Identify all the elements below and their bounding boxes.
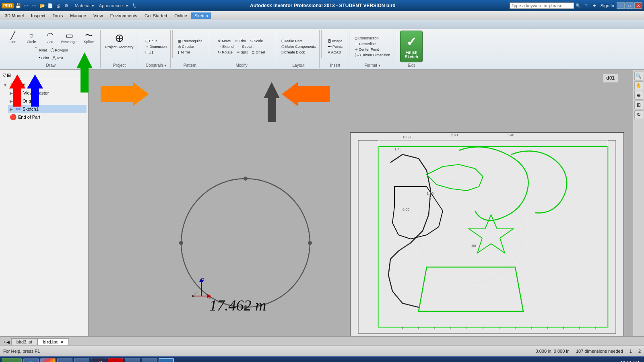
taskbar-folder[interactable]: 📁 bbox=[74, 358, 89, 362]
center-point-button[interactable]: ✛ Center Point bbox=[353, 47, 380, 52]
minimize-btn[interactable]: ─ bbox=[617, 2, 625, 9]
menu-online[interactable]: Online bbox=[171, 12, 190, 19]
circular-button[interactable]: ◎ Circular bbox=[177, 44, 196, 49]
view-icon: 👁 bbox=[16, 90, 22, 96]
make-part-icon: ⬡ bbox=[281, 39, 285, 43]
split-button[interactable]: ✂ Split bbox=[235, 50, 249, 55]
menu-3dmodel[interactable]: 3D Model bbox=[2, 12, 27, 19]
rectangle-button[interactable]: ▭ Rectangle bbox=[60, 31, 79, 45]
titlebar-title: Autodesk Inventor Professional 2013 - ST… bbox=[250, 3, 395, 8]
tree-item-origin[interactable]: ▶ ◎ Origin bbox=[8, 97, 87, 105]
taskbar-blender[interactable]: 🎬 bbox=[91, 358, 106, 362]
pan-tool[interactable]: ✋ bbox=[634, 81, 643, 90]
move-button[interactable]: ✥ Move bbox=[217, 39, 232, 43]
constrain-more[interactable]: ⊢⊥∥ bbox=[144, 50, 155, 55]
menu-inspect[interactable]: Inspect bbox=[28, 12, 48, 19]
taskbar-chrome[interactable]: ● bbox=[40, 358, 56, 362]
offset-button[interactable]: ⊏ Offset bbox=[250, 50, 266, 55]
finish-sketch-button[interactable]: ✓ FinishSketch bbox=[400, 31, 423, 62]
appearance-dropdown[interactable]: Appearance bbox=[99, 3, 123, 8]
line-button[interactable]: ╱ Line bbox=[4, 31, 22, 45]
menu-getstarted[interactable]: Get Started bbox=[141, 12, 170, 19]
menu-environments[interactable]: Environments bbox=[107, 12, 140, 19]
create-block-button[interactable]: □ Create Block bbox=[280, 50, 306, 55]
scale-button[interactable]: ⤡ Scale bbox=[249, 39, 264, 43]
taskbar-pdf[interactable]: PDF bbox=[108, 358, 123, 362]
taskbar-ie[interactable]: 🌐 bbox=[23, 358, 39, 362]
arc-button[interactable]: ◠ Arc bbox=[41, 31, 59, 45]
fit-tool[interactable]: ⊞ bbox=[634, 101, 643, 109]
tree-item-sketch1[interactable]: ▶ ✏ Sketch1 bbox=[8, 105, 87, 113]
prev-tab-btn[interactable]: ◀ bbox=[6, 340, 10, 344]
ribbon-group-insert: 🖼 Image ••• Points A ACAD Insert bbox=[323, 30, 347, 68]
tab-bird3[interactable]: bird3.ipt bbox=[11, 338, 37, 345]
taskbar-calc[interactable]: 🖩 bbox=[125, 358, 140, 362]
project-label: Project bbox=[113, 62, 126, 68]
taskbar-media[interactable]: ▶ bbox=[57, 358, 72, 362]
rotate-tool[interactable]: ↻ bbox=[634, 110, 643, 119]
spline-button[interactable]: 〜 Spline bbox=[80, 31, 98, 45]
open-btn[interactable]: 📂 bbox=[39, 2, 46, 9]
split-icon: ✂ bbox=[237, 50, 240, 54]
zoom-tool[interactable]: ⊕ bbox=[634, 91, 643, 100]
fillet-button[interactable]: ⌒ Fillet bbox=[32, 46, 48, 54]
print-btn[interactable]: 🖨 bbox=[55, 2, 62, 9]
mirror-button[interactable]: ⫿ Mirror bbox=[177, 50, 192, 55]
taskbar-inventor[interactable]: INV bbox=[159, 358, 174, 362]
search-input[interactable] bbox=[510, 2, 574, 9]
construction-button[interactable]: ◻ Construction bbox=[353, 36, 380, 41]
favorites-icon[interactable]: ★ bbox=[591, 2, 598, 9]
make-part-button[interactable]: ⬡ Make Part bbox=[280, 39, 303, 43]
sign-in-btn[interactable]: Sign In bbox=[601, 3, 614, 8]
circle-button[interactable]: ○ Circle bbox=[23, 31, 40, 45]
taskbar-monitor[interactable]: 🖥 bbox=[142, 358, 157, 362]
restore-btn[interactable]: □ bbox=[625, 2, 634, 9]
tree-root-bird[interactable]: ▼ 📁 bird bbox=[2, 81, 87, 89]
rectangular-icon: ▦ bbox=[178, 39, 182, 43]
redo-btn[interactable]: ↪ bbox=[31, 2, 38, 9]
search-icon[interactable]: 🔍 bbox=[575, 2, 582, 9]
menu-manage[interactable]: Manage bbox=[67, 12, 89, 19]
menu-view[interactable]: View bbox=[90, 12, 106, 19]
polygon-button[interactable]: ⬡ Polygon bbox=[49, 46, 70, 54]
statusbar-right: 0.000 in, 0.000 in 107 dimensions needed… bbox=[536, 349, 641, 354]
settings-icon[interactable]: ⚙ bbox=[63, 2, 70, 9]
help-icon[interactable]: ? bbox=[583, 2, 590, 9]
tree-item-end-of-part[interactable]: 🔴 End of Part bbox=[2, 113, 87, 121]
dimension-button[interactable]: ↔ Dimension bbox=[144, 44, 168, 49]
centerline-button[interactable]: — Centerline bbox=[353, 41, 377, 46]
menu-sketch[interactable]: Sketch bbox=[191, 12, 211, 19]
viewport[interactable]: 10.215 2.43 1.40 1.43 1.50 0.00 .00 bbox=[89, 70, 633, 336]
points-button[interactable]: ••• Points bbox=[326, 44, 343, 49]
new-btn[interactable]: 📄 bbox=[47, 2, 54, 9]
material-dropdown[interactable]: Material ▾ bbox=[75, 3, 94, 8]
stretch-button[interactable]: ↔ Stretch bbox=[236, 44, 255, 49]
acad-button[interactable]: A ACAD bbox=[326, 50, 342, 55]
rotate-button[interactable]: ↻ Rotate bbox=[217, 50, 234, 55]
zoom-in-tool[interactable]: 🔍 bbox=[634, 72, 643, 80]
point-button[interactable]: • Point bbox=[37, 55, 51, 61]
tree-item-view-master[interactable]: ▶ 👁 View: Master bbox=[8, 89, 87, 97]
tab-bird[interactable]: bird.ipt ✕ bbox=[37, 338, 69, 345]
filter-icon[interactable]: ▽ bbox=[2, 72, 6, 78]
start-button[interactable]: ⊞ bbox=[2, 358, 22, 362]
menu-tools[interactable]: Tools bbox=[50, 12, 66, 19]
close-btn[interactable]: ✕ bbox=[634, 2, 642, 9]
make-components-button[interactable]: ⬡ Make Components bbox=[280, 44, 317, 49]
save-btn[interactable]: 💾 bbox=[14, 2, 22, 9]
fx-btn[interactable]: fx bbox=[133, 2, 136, 8]
equal-button[interactable]: ⊟ Equal bbox=[144, 39, 160, 43]
new-tab-btn[interactable]: + bbox=[3, 340, 6, 344]
driven-dimension-button[interactable]: (↔) Driven Dimension bbox=[353, 53, 391, 58]
extend-button[interactable]: → Extend bbox=[217, 44, 235, 49]
svg-text:1.40: 1.40 bbox=[507, 133, 514, 137]
close-tab-btn[interactable]: ✕ bbox=[60, 340, 64, 344]
expand-icon[interactable]: ⊞ bbox=[7, 72, 11, 78]
undo-btn[interactable]: ↩ bbox=[23, 2, 30, 9]
image-button[interactable]: 🖼 Image bbox=[326, 39, 343, 43]
trim-button[interactable]: ✂ Trim bbox=[233, 39, 247, 43]
rectangular-button[interactable]: ▦ Rectangular bbox=[177, 39, 203, 43]
tree-root-label: bird bbox=[18, 82, 25, 87]
project-geometry-button[interactable]: ⊕ Project Geometry bbox=[104, 31, 135, 50]
text-button[interactable]: A Text bbox=[51, 55, 64, 61]
